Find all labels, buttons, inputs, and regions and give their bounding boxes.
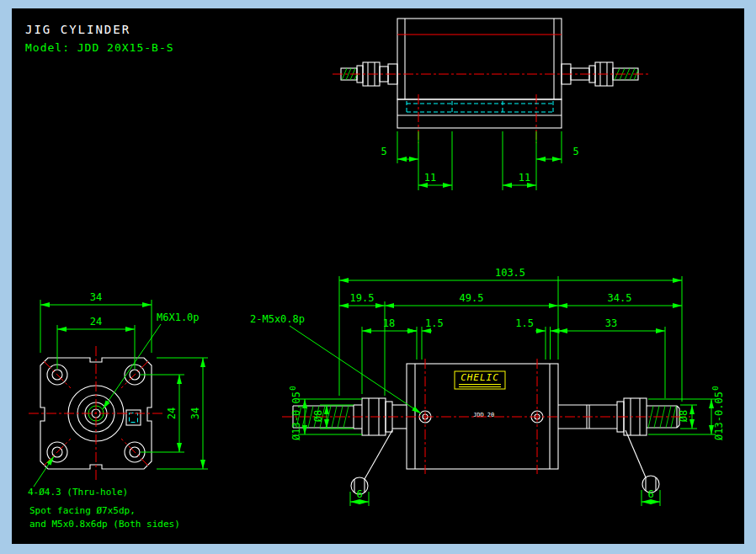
drawing-model: Model: JDD 20X15-B-S: [25, 41, 174, 54]
dim-bore-left-tol: 0: [289, 386, 297, 390]
dim-bore-right-tol: 0: [711, 386, 720, 390]
dim-left-rod: 19.5: [350, 292, 375, 304]
cad-window: JIG CYLINDER Model: JDD 20X15-B-S: [0, 0, 756, 554]
drawing-title: JIG CYLINDER: [25, 23, 130, 36]
dim-groove-left: 1.5: [425, 317, 444, 329]
dim-bore-right: Ø13-0.05: [713, 392, 725, 440]
dim-overall: 103.5: [495, 267, 525, 279]
dim-flat-right: 6: [647, 488, 653, 500]
dim-nut-to-body: 18: [383, 317, 395, 329]
body-marking: JDD 20: [473, 412, 494, 418]
drawing-canvas[interactable]: JIG CYLINDER Model: JDD 20X15-B-S: [0, 0, 756, 554]
dim-height-bolt: 24: [166, 408, 178, 419]
dim-width-bolt: 24: [90, 316, 102, 328]
dim-width-outer: 34: [90, 291, 102, 303]
label-thru-hole: 4-Ø4.3 (Thru-hole): [28, 487, 128, 498]
dim-rod-dia-left: Ø8: [312, 410, 324, 422]
brand-name: CHELIC: [461, 372, 499, 383]
model-space[interactable]: [12, 8, 744, 544]
label-ports: 2-M5x0.8p: [250, 313, 305, 325]
dim-pitch-right: 11: [519, 172, 530, 184]
dim-height-outer: 34: [189, 408, 201, 419]
dim-groove-right: 1.5: [515, 317, 534, 329]
label-spot-facing-1: Spot facing Ø7x5dp,: [29, 505, 136, 516]
dim-bore-left: Ø13-0.05: [290, 392, 302, 440]
label-spot-facing-2: and M5x0.8x6dp (Both sides): [29, 519, 180, 530]
dim-body: 49.5: [460, 292, 484, 304]
dim-flat-left: 6: [356, 488, 362, 500]
dim-edge-right: 5: [572, 146, 578, 157]
dim-right-rod: 34.5: [608, 292, 632, 304]
dim-rod-dia-right: Ø8: [678, 410, 689, 422]
label-rod-thread: M6X1.0p: [157, 312, 200, 323]
dim-rod-extension: 33: [605, 317, 617, 329]
dim-edge-left: 5: [381, 146, 386, 157]
dim-pitch-left: 11: [424, 172, 436, 184]
